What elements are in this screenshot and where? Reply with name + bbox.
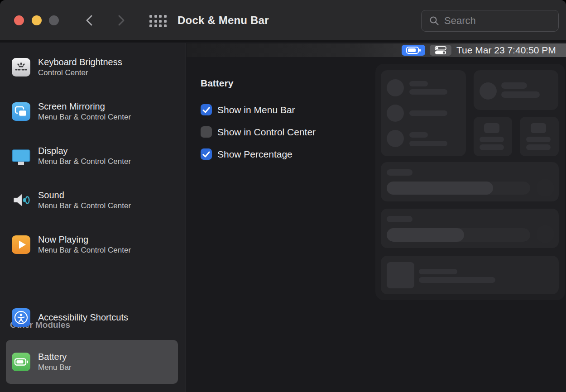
forward-chevron-icon: [114, 14, 128, 27]
sidebar-item-screen-mirroring[interactable]: Screen Mirroring Menu Bar & Control Cent…: [0, 99, 182, 124]
search-placeholder: Search: [444, 15, 476, 27]
menu-bar-control-center-icon: [430, 45, 451, 56]
title-bar: Dock & Menu Bar Search: [0, 0, 566, 42]
sidebar-item-accessibility-shortcuts[interactable]: Accessibility Shortcuts: [0, 305, 182, 330]
sidebar-item-sublabel: Menu Bar: [38, 363, 72, 373]
sidebar-item-sublabel: Control Center: [38, 68, 122, 78]
sidebar-item-label: Battery: [38, 351, 72, 363]
back-chevron-icon[interactable]: [83, 14, 96, 27]
sidebar-item-label: Now Playing: [38, 234, 131, 245]
checkbox-show-percentage[interactable]: Show Percentage: [201, 148, 293, 160]
search-icon: [429, 15, 440, 26]
battery-icon: [12, 353, 30, 371]
sidebar-item-label: Screen Mirroring: [38, 101, 131, 112]
battery-section-heading: Battery: [201, 78, 233, 89]
menu-bar-preview: Tue Mar 23 7:40:50 PM: [187, 43, 566, 57]
preview-card-small: [520, 117, 559, 156]
sidebar-item-sound[interactable]: Sound Menu Bar & Control Center: [0, 187, 182, 213]
menu-bar-clock: Tue Mar 23 7:40:50 PM: [456, 43, 556, 57]
checkbox-show-in-control-center[interactable]: Show in Control Center: [201, 126, 316, 138]
checkbox-label: Show in Control Center: [217, 127, 316, 138]
preview-card-small: [474, 117, 512, 156]
sidebar-item-label: Display: [38, 145, 131, 157]
screen-mirroring-icon: [12, 102, 30, 121]
menu-bar-battery-icon: [402, 45, 425, 56]
checkbox-box[interactable]: [201, 126, 212, 138]
dock-menu-bar-preferences-window: Dock & Menu Bar Search: [0, 0, 566, 392]
sidebar-item-label: Sound: [38, 190, 131, 201]
sidebar-item-battery[interactable]: Battery Menu Bar: [0, 349, 182, 374]
sidebar-item-label: Keyboard Brightness: [38, 57, 122, 68]
checkbox-box[interactable]: [201, 148, 212, 160]
sidebar-item-now-playing[interactable]: Now Playing Menu Bar & Control Center: [0, 232, 182, 257]
keyboard-brightness-icon: [12, 58, 30, 76]
control-center-preview: [375, 64, 565, 300]
sidebar: Keyboard Brightness Control Center Scree…: [0, 43, 186, 392]
sidebar-item-keyboard-brightness[interactable]: Keyboard Brightness Control Center: [0, 54, 182, 80]
accessibility-icon: [12, 308, 30, 327]
preview-card-slider: [381, 162, 559, 201]
sidebar-item-sublabel: Menu Bar & Control Center: [38, 245, 131, 255]
preview-card-wide-toggle: [474, 70, 558, 110]
show-all-grid-icon[interactable]: [149, 15, 167, 27]
sidebar-item-label: Accessibility Shortcuts: [38, 312, 128, 323]
checkbox-show-in-menu-bar[interactable]: Show in Menu Bar: [201, 104, 295, 115]
display-icon: [12, 147, 30, 165]
sidebar-item-sublabel: Menu Bar & Control Center: [38, 112, 131, 122]
preview-card-slider: [381, 209, 559, 248]
checkbox-box[interactable]: [201, 104, 212, 115]
page-title: Dock & Menu Bar: [177, 14, 269, 27]
checkbox-label: Show Percentage: [217, 149, 293, 160]
preview-card-toggles: [381, 70, 466, 156]
main-content: Tue Mar 23 7:40:50 PM Battery Show in Me…: [187, 43, 566, 392]
sound-icon: [12, 191, 30, 210]
sidebar-item-sublabel: Menu Bar & Control Center: [38, 201, 131, 211]
now-playing-icon: [12, 235, 30, 254]
minimize-button[interactable]: [32, 15, 42, 25]
zoom-button: [49, 15, 59, 25]
checkbox-label: Show in Menu Bar: [217, 105, 295, 115]
close-button[interactable]: [14, 15, 24, 25]
search-input[interactable]: Search: [421, 10, 559, 32]
sidebar-item-sublabel: Menu Bar & Control Center: [38, 157, 131, 167]
preview-card-now-playing: [381, 256, 559, 294]
sidebar-item-display[interactable]: Display Menu Bar & Control Center: [0, 143, 182, 168]
